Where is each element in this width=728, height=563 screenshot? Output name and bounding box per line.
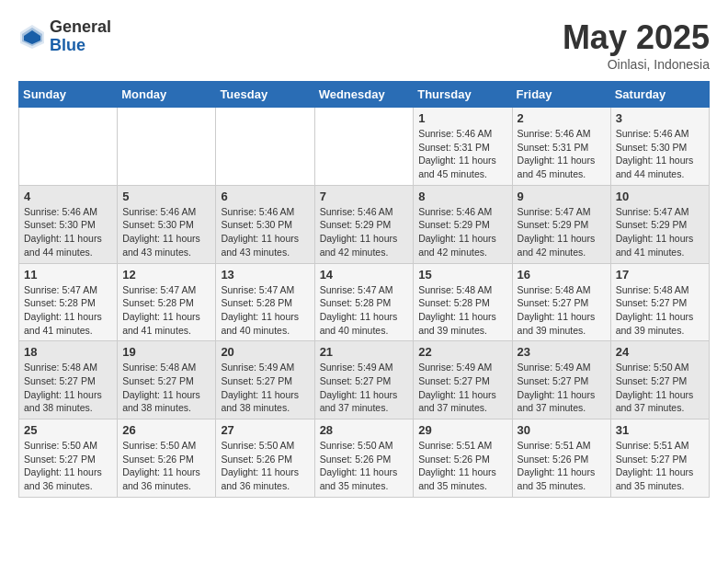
day-info: Sunrise: 5:49 AMSunset: 5:27 PMDaylight:… bbox=[221, 361, 309, 415]
logo-general: General bbox=[50, 18, 111, 37]
day-header-wednesday: Wednesday bbox=[314, 82, 414, 108]
day-number: 25 bbox=[24, 423, 112, 437]
calendar-cell: 9Sunrise: 5:47 AMSunset: 5:29 PMDaylight… bbox=[512, 185, 610, 263]
day-info: Sunrise: 5:51 AMSunset: 5:26 PMDaylight:… bbox=[418, 439, 506, 493]
calendar-week-row: 4Sunrise: 5:46 AMSunset: 5:30 PMDaylight… bbox=[19, 185, 710, 263]
day-info: Sunrise: 5:48 AMSunset: 5:28 PMDaylight:… bbox=[418, 283, 506, 338]
calendar-cell: 22Sunrise: 5:49 AMSunset: 5:27 PMDayligh… bbox=[414, 341, 512, 419]
calendar-week-row: 1Sunrise: 5:46 AMSunset: 5:31 PMDaylight… bbox=[19, 108, 710, 186]
day-info: Sunrise: 5:48 AMSunset: 5:27 PMDaylight:… bbox=[122, 361, 210, 415]
day-info: Sunrise: 5:48 AMSunset: 5:27 PMDaylight:… bbox=[518, 283, 606, 338]
header: General Blue May 2025 Oinlasi, Indonesia bbox=[18, 18, 710, 72]
calendar-cell: 11Sunrise: 5:47 AMSunset: 5:28 PMDayligh… bbox=[19, 263, 118, 341]
day-number: 21 bbox=[320, 345, 409, 359]
day-info: Sunrise: 5:47 AMSunset: 5:29 PMDaylight:… bbox=[518, 205, 606, 259]
day-number: 30 bbox=[518, 423, 606, 437]
logo-icon bbox=[18, 23, 46, 51]
calendar-cell bbox=[118, 108, 216, 186]
calendar-cell: 25Sunrise: 5:50 AMSunset: 5:27 PMDayligh… bbox=[19, 419, 118, 498]
calendar-cell: 4Sunrise: 5:46 AMSunset: 5:30 PMDaylight… bbox=[19, 185, 118, 263]
day-number: 8 bbox=[418, 190, 506, 203]
calendar-cell: 29Sunrise: 5:51 AMSunset: 5:26 PMDayligh… bbox=[414, 419, 512, 498]
title-area: May 2025 Oinlasi, Indonesia bbox=[563, 18, 710, 72]
calendar-cell: 20Sunrise: 5:49 AMSunset: 5:27 PMDayligh… bbox=[216, 341, 314, 419]
month-title: May 2025 bbox=[563, 18, 710, 57]
day-header-sunday: Sunday bbox=[19, 82, 118, 108]
day-info: Sunrise: 5:48 AMSunset: 5:27 PMDaylight:… bbox=[616, 283, 704, 338]
calendar-week-row: 25Sunrise: 5:50 AMSunset: 5:27 PMDayligh… bbox=[19, 419, 710, 498]
day-number: 11 bbox=[24, 268, 112, 282]
day-number: 28 bbox=[320, 423, 409, 437]
day-number: 23 bbox=[518, 345, 606, 359]
day-info: Sunrise: 5:50 AMSunset: 5:27 PMDaylight:… bbox=[616, 361, 704, 415]
calendar-cell bbox=[216, 108, 314, 186]
calendar-cell: 8Sunrise: 5:46 AMSunset: 5:29 PMDaylight… bbox=[414, 185, 512, 263]
day-info: Sunrise: 5:47 AMSunset: 5:28 PMDaylight:… bbox=[122, 283, 210, 338]
day-number: 15 bbox=[418, 268, 506, 282]
day-number: 19 bbox=[122, 345, 210, 359]
day-info: Sunrise: 5:51 AMSunset: 5:26 PMDaylight:… bbox=[518, 439, 606, 493]
calendar-cell: 1Sunrise: 5:46 AMSunset: 5:31 PMDaylight… bbox=[414, 108, 512, 186]
calendar-cell: 19Sunrise: 5:48 AMSunset: 5:27 PMDayligh… bbox=[118, 341, 216, 419]
day-info: Sunrise: 5:48 AMSunset: 5:27 PMDaylight:… bbox=[24, 361, 112, 415]
calendar-header-row: SundayMondayTuesdayWednesdayThursdayFrid… bbox=[19, 82, 710, 108]
day-info: Sunrise: 5:46 AMSunset: 5:31 PMDaylight:… bbox=[518, 127, 606, 181]
day-number: 10 bbox=[616, 190, 704, 203]
day-number: 27 bbox=[221, 423, 309, 437]
day-number: 14 bbox=[320, 268, 409, 282]
day-info: Sunrise: 5:51 AMSunset: 5:27 PMDaylight:… bbox=[616, 439, 704, 493]
day-info: Sunrise: 5:50 AMSunset: 5:26 PMDaylight:… bbox=[320, 439, 409, 493]
calendar-week-row: 18Sunrise: 5:48 AMSunset: 5:27 PMDayligh… bbox=[19, 341, 710, 419]
calendar-cell: 18Sunrise: 5:48 AMSunset: 5:27 PMDayligh… bbox=[19, 341, 118, 419]
day-info: Sunrise: 5:47 AMSunset: 5:28 PMDaylight:… bbox=[221, 283, 309, 338]
day-info: Sunrise: 5:46 AMSunset: 5:29 PMDaylight:… bbox=[320, 205, 409, 259]
calendar-cell: 7Sunrise: 5:46 AMSunset: 5:29 PMDaylight… bbox=[314, 185, 414, 263]
logo: General Blue bbox=[18, 18, 111, 55]
logo-blue: Blue bbox=[50, 37, 111, 55]
calendar-cell: 26Sunrise: 5:50 AMSunset: 5:26 PMDayligh… bbox=[118, 419, 216, 498]
calendar-cell: 15Sunrise: 5:48 AMSunset: 5:28 PMDayligh… bbox=[414, 263, 512, 341]
calendar-cell bbox=[19, 108, 118, 186]
day-header-thursday: Thursday bbox=[414, 82, 512, 108]
day-header-saturday: Saturday bbox=[610, 82, 709, 108]
day-info: Sunrise: 5:47 AMSunset: 5:28 PMDaylight:… bbox=[320, 283, 409, 338]
day-number: 31 bbox=[616, 423, 704, 437]
day-number: 9 bbox=[518, 190, 606, 203]
day-number: 29 bbox=[418, 423, 506, 437]
day-info: Sunrise: 5:47 AMSunset: 5:28 PMDaylight:… bbox=[24, 283, 112, 338]
day-info: Sunrise: 5:47 AMSunset: 5:29 PMDaylight:… bbox=[616, 205, 704, 259]
day-number: 3 bbox=[616, 111, 704, 125]
day-info: Sunrise: 5:46 AMSunset: 5:31 PMDaylight:… bbox=[418, 127, 506, 181]
day-number: 13 bbox=[221, 268, 309, 282]
day-number: 20 bbox=[221, 345, 309, 359]
day-info: Sunrise: 5:50 AMSunset: 5:26 PMDaylight:… bbox=[122, 439, 210, 493]
day-info: Sunrise: 5:46 AMSunset: 5:30 PMDaylight:… bbox=[24, 205, 112, 259]
calendar-cell: 12Sunrise: 5:47 AMSunset: 5:28 PMDayligh… bbox=[118, 263, 216, 341]
calendar-cell: 30Sunrise: 5:51 AMSunset: 5:26 PMDayligh… bbox=[512, 419, 610, 498]
calendar-cell bbox=[314, 108, 414, 186]
day-number: 18 bbox=[24, 345, 112, 359]
calendar-cell: 31Sunrise: 5:51 AMSunset: 5:27 PMDayligh… bbox=[610, 419, 709, 498]
day-number: 16 bbox=[518, 268, 606, 282]
day-number: 2 bbox=[518, 111, 606, 125]
day-header-tuesday: Tuesday bbox=[216, 82, 314, 108]
logo-text: General Blue bbox=[50, 18, 111, 55]
calendar-cell: 3Sunrise: 5:46 AMSunset: 5:30 PMDaylight… bbox=[610, 108, 709, 186]
day-info: Sunrise: 5:49 AMSunset: 5:27 PMDaylight:… bbox=[518, 361, 606, 415]
day-info: Sunrise: 5:46 AMSunset: 5:30 PMDaylight:… bbox=[616, 127, 704, 181]
calendar-cell: 10Sunrise: 5:47 AMSunset: 5:29 PMDayligh… bbox=[610, 185, 709, 263]
day-info: Sunrise: 5:50 AMSunset: 5:26 PMDaylight:… bbox=[221, 439, 309, 493]
calendar-cell: 27Sunrise: 5:50 AMSunset: 5:26 PMDayligh… bbox=[216, 419, 314, 498]
day-number: 26 bbox=[122, 423, 210, 437]
day-info: Sunrise: 5:46 AMSunset: 5:29 PMDaylight:… bbox=[418, 205, 506, 259]
calendar-cell: 5Sunrise: 5:46 AMSunset: 5:30 PMDaylight… bbox=[118, 185, 216, 263]
calendar-cell: 13Sunrise: 5:47 AMSunset: 5:28 PMDayligh… bbox=[216, 263, 314, 341]
day-info: Sunrise: 5:49 AMSunset: 5:27 PMDaylight:… bbox=[320, 361, 409, 415]
calendar-cell: 23Sunrise: 5:49 AMSunset: 5:27 PMDayligh… bbox=[512, 341, 610, 419]
calendar-cell: 24Sunrise: 5:50 AMSunset: 5:27 PMDayligh… bbox=[610, 341, 709, 419]
calendar-table: SundayMondayTuesdayWednesdayThursdayFrid… bbox=[18, 81, 710, 498]
day-number: 17 bbox=[616, 268, 704, 282]
calendar-cell: 2Sunrise: 5:46 AMSunset: 5:31 PMDaylight… bbox=[512, 108, 610, 186]
day-header-monday: Monday bbox=[118, 82, 216, 108]
calendar-week-row: 11Sunrise: 5:47 AMSunset: 5:28 PMDayligh… bbox=[19, 263, 710, 341]
